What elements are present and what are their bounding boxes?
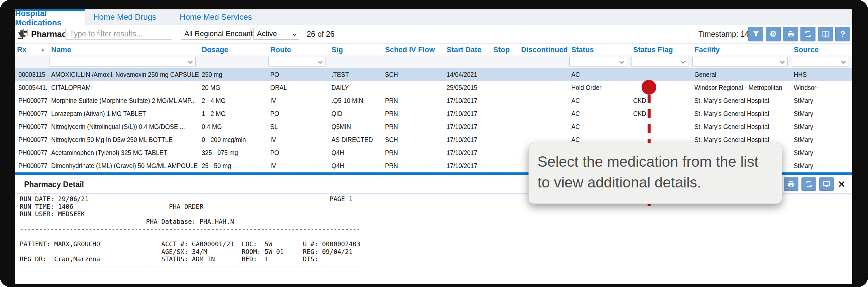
chevron-down-icon	[780, 59, 785, 64]
cell-sig: Q5MIN	[329, 123, 382, 131]
column-header-source[interactable]: Source	[791, 45, 852, 54]
column-filter-select-name[interactable]	[49, 57, 196, 67]
cell-dosage: 250 mg	[199, 71, 268, 78]
cell-sig: DAILY	[329, 84, 382, 92]
filter-cell-source	[791, 56, 852, 68]
cell-sched: SCH	[382, 136, 406, 144]
cell-ivflow	[406, 123, 444, 131]
filter-cell-route	[268, 56, 329, 68]
table-row[interactable]: PH000077Morphine Sulfate (Morphine Sulfa…	[15, 94, 852, 107]
cell-route: IV	[268, 162, 329, 170]
monitor-icon	[823, 180, 831, 188]
cell-sched: PRN	[382, 162, 406, 170]
tab-home-med-services[interactable]: Home Med Services	[172, 9, 260, 25]
cell-source: StMary	[791, 162, 852, 170]
column-header-flag[interactable]: Status Flag	[630, 45, 692, 54]
cell-route: ORAL	[268, 84, 329, 92]
settings-button[interactable]: ⚙	[766, 27, 781, 41]
cell-sig: .TEST	[329, 71, 382, 78]
column-header-name[interactable]: Name	[49, 45, 199, 54]
cell-dosage: 0.4 MG	[199, 123, 268, 131]
filter-button[interactable]	[748, 27, 763, 41]
cell-stop	[491, 162, 519, 170]
tab-hospital-medications[interactable]: Hospital Medications	[15, 9, 85, 25]
cell-flag: CKD	[630, 97, 692, 105]
encounter-select[interactable]: All Regional Encounters	[181, 28, 251, 40]
column-filter-select-source[interactable]	[792, 57, 849, 67]
cell-start: 17/10/2017	[444, 136, 491, 144]
cell-status: AC	[569, 136, 630, 144]
cell-ivflow	[406, 149, 444, 157]
column-header-dosage[interactable]: Dosage	[199, 45, 268, 54]
column-filter-select-route[interactable]	[268, 57, 326, 67]
refresh-button[interactable]	[800, 27, 815, 41]
split-columns-button[interactable]	[818, 27, 833, 41]
cell-sig: Q4H	[329, 149, 382, 157]
cell-ivflow	[406, 110, 444, 118]
cell-sched: PRN	[382, 110, 406, 118]
table-row[interactable]: PH000077Lorazepam (Ativan) 1 MG TABLET1 …	[15, 107, 852, 120]
cell-stop	[491, 84, 519, 92]
callout-dot	[642, 80, 656, 95]
detail-buttons	[784, 177, 834, 191]
cell-dosage: 20 MG	[199, 84, 268, 92]
cell-status: AC	[569, 110, 630, 118]
filter-cell-disc	[519, 56, 569, 68]
chevron-down-icon	[619, 59, 624, 64]
chevron-down-icon	[681, 59, 685, 64]
detail-display-button[interactable]	[819, 177, 834, 191]
column-filter-select-flag[interactable]	[631, 57, 688, 67]
cell-rx: PH000077	[15, 136, 49, 144]
cell-status: AC	[569, 97, 630, 105]
cell-name: Acetaminophen (Tylenol) 325 MG TABLET	[49, 149, 199, 157]
column-header-facility[interactable]: Facility	[692, 45, 791, 54]
column-filter-select-status[interactable]	[569, 57, 627, 67]
filter-cell-sched	[382, 56, 406, 68]
status-filter-select[interactable]: Active	[253, 28, 299, 40]
detail-refresh-button[interactable]	[801, 177, 816, 191]
record-count: 26 of 26	[307, 30, 335, 39]
cell-source: StMary	[791, 110, 852, 118]
print-button[interactable]	[783, 27, 798, 41]
toolbar-buttons: ⚙ ?	[748, 27, 850, 41]
column-header-sig[interactable]: Sig	[329, 45, 382, 54]
cell-name: AMOXICILLIN /Amoxil, Novamoxin 250 mg CA…	[49, 71, 199, 78]
cell-route: PO	[268, 71, 329, 78]
cell-source: StMary	[791, 136, 852, 144]
cell-facility: St. Mary's General Hospital	[692, 123, 791, 131]
refresh-icon	[804, 30, 812, 38]
cell-start: 25/05/2015	[444, 84, 491, 92]
detail-print-button[interactable]	[784, 177, 799, 191]
column-header-route[interactable]: Route	[268, 45, 329, 54]
column-header-stop[interactable]: Stop	[491, 45, 519, 54]
table-row[interactable]: PH000077Nitroglycerin (Nitrolingual (S/L…	[15, 120, 852, 133]
cell-sig: .Q5-10 MIN	[329, 97, 382, 105]
detail-title: Pharmacy Detail	[24, 180, 84, 189]
filter-cell-sig	[329, 56, 382, 68]
cell-rx: PH000077	[15, 110, 49, 118]
column-header-rx[interactable]: Rx▲	[15, 45, 49, 54]
cell-source: StMary	[791, 97, 852, 105]
column-filter-select-facility[interactable]	[692, 57, 788, 67]
table-row[interactable]: 50005441.CITALOPRAM20 MGORALDAILY25/05/2…	[15, 81, 852, 94]
tab-home-med-drugs[interactable]: Home Med Drugs	[85, 9, 164, 25]
column-header-status[interactable]: Status	[569, 45, 630, 54]
cell-sched: PRN	[382, 149, 406, 157]
column-header-start[interactable]: Start Date	[444, 45, 491, 54]
column-header-disc[interactable]: Discontinued	[519, 45, 569, 54]
cell-stop	[491, 149, 519, 157]
close-icon[interactable]: ✕	[838, 179, 845, 190]
tab-strip: Hospital Medications Home Med Drugs Home…	[15, 9, 852, 25]
refresh-icon	[805, 180, 813, 188]
cell-disc	[519, 110, 569, 118]
cell-facility: Windsor Regional - Metropolitan	[692, 84, 791, 92]
column-header-ivflow[interactable]: IV Flow	[406, 45, 444, 54]
filter-cell-name	[49, 56, 199, 68]
filter-results-input[interactable]	[65, 28, 172, 40]
table-row[interactable]: 00003115AMOXICILLIN /Amoxil, Novamoxin 2…	[15, 68, 852, 81]
column-header-sched[interactable]: Sched	[382, 45, 406, 54]
help-button[interactable]: ?	[835, 27, 850, 41]
cell-status: AC	[569, 71, 630, 78]
filter-cell-start	[444, 56, 491, 68]
pharmacy-detail-body: RUN DATE: 29/06/21 PAGE 1 RUN TIME: 1406…	[15, 194, 852, 284]
